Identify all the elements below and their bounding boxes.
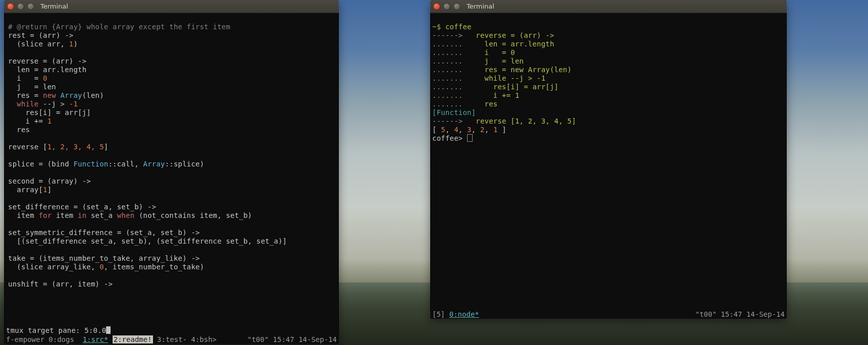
repl-line: ....... len = arr.length: [432, 40, 554, 48]
repl-line: ....... res = new Array(len): [432, 66, 572, 74]
tmux-clock: "t00" 15:47 14-Sep-14: [247, 335, 337, 343]
maximize-button[interactable]: [453, 3, 461, 10]
code-line: set_symmetric_difference = (set_a, set_b…: [8, 228, 200, 237]
code-line: splice = (bind Function::call, Array::sp…: [8, 160, 204, 168]
tmux-command-line[interactable]: tmux target pane: 5:0.0: [6, 325, 339, 335]
tmux-session: [5]: [432, 310, 445, 318]
minimize-button[interactable]: [17, 3, 24, 10]
code-line: res = new Array(len): [8, 91, 104, 99]
code-line: # @return {Array} whole array except the…: [8, 23, 230, 31]
repl-prompt[interactable]: coffee>: [432, 134, 473, 142]
tmux-window-src[interactable]: 1:src*: [83, 335, 109, 343]
terminal-content-left[interactable]: # @return {Array} whole array except the…: [4, 13, 339, 289]
minimize-button[interactable]: [443, 3, 450, 10]
repl-line: ....... j = len: [432, 57, 524, 65]
cursor-icon: [467, 134, 473, 142]
repl-line: ....... res: [432, 100, 497, 108]
tmux-window-readme[interactable]: 2:readme!: [113, 335, 153, 343]
code-line: i = 0: [8, 74, 47, 82]
code-line: (slice arr, 1): [8, 40, 78, 48]
close-button[interactable]: [433, 3, 440, 10]
tmux-clock: "t00" 15:47 14-Sep-14: [695, 310, 785, 318]
code-line: [(set_difference set_a, set_b), (set_dif…: [8, 237, 287, 245]
code-line: (slice array_like, 0, items_number_to_ta…: [8, 263, 204, 271]
repl-line: ....... while --j > -1: [432, 74, 545, 82]
terminal-window-right[interactable]: Terminal ~$ coffee ------> reverse = (ar…: [430, 0, 787, 319]
code-line: res[i] = arr[j]: [8, 108, 91, 117]
titlebar-right[interactable]: Terminal: [430, 0, 787, 13]
window-title: Terminal: [467, 3, 494, 10]
cursor-icon: [106, 326, 111, 334]
repl-output: [ 5, 4, 3, 2, 1 ]: [432, 126, 506, 134]
code-line: item for item in set_a when (not_contain…: [8, 211, 252, 219]
terminal-content-right[interactable]: ~$ coffee ------> reverse = (arr) -> ...…: [430, 13, 787, 143]
tmux-windows-rest[interactable]: 3:test- 4:bsh>: [157, 335, 217, 343]
tmux-session: f-empower 0:dogs: [6, 335, 74, 343]
titlebar-left[interactable]: Terminal: [4, 0, 339, 13]
terminal-window-left[interactable]: Terminal # @return {Array} whole array e…: [4, 0, 339, 344]
repl-line: ....... i += 1: [432, 91, 520, 99]
tmux-status-right: [5] 0:node* "t00" 15:47 14-Sep-14: [430, 310, 787, 319]
code-line: second = (array) ->: [8, 177, 91, 185]
repl-output: [Function]: [432, 108, 476, 117]
repl-line: ------> reverse = (arr) ->: [432, 31, 554, 39]
code-line: reverse = (arr) ->: [8, 57, 86, 65]
code-line: j = len: [8, 83, 56, 91]
tmux-status-left: f-empower 0:dogs 1:src* 2:readme! 3:test…: [4, 335, 339, 344]
code-line: res: [8, 126, 30, 134]
code-line: unshift = (arr, item) ->: [8, 280, 113, 288]
code-line: reverse [1, 2, 3, 4, 5]: [8, 143, 109, 151]
repl-line: ------> reverse [1, 2, 3, 4, 5]: [432, 117, 576, 125]
code-line: array[1]: [8, 186, 52, 194]
code-line: set_difference = (set_a, set_b) ->: [8, 203, 156, 211]
maximize-button[interactable]: [27, 3, 34, 10]
code-line: i += 1: [8, 117, 52, 125]
close-button[interactable]: [7, 3, 14, 10]
code-line: take = (items_number_to_take, array_like…: [8, 254, 200, 262]
repl-line: ....... res[i] = arr[j]: [432, 83, 558, 91]
repl-line: ....... i = 0: [432, 48, 515, 56]
code-line: rest = (arr) ->: [8, 31, 73, 39]
tmux-window-node[interactable]: 0:node*: [449, 310, 479, 318]
code-line: len = arr.length: [8, 66, 86, 74]
code-line: while --j > -1: [8, 100, 78, 108]
repl-line: ~$ coffee: [432, 23, 472, 31]
window-title: Terminal: [40, 3, 68, 10]
